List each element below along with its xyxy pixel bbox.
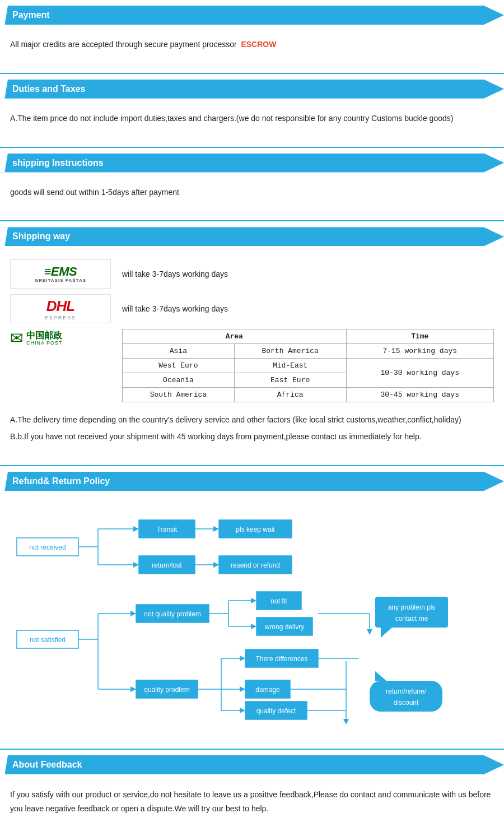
feedback-text: If you satisfy with our product or servi… — [10, 788, 494, 816]
feedback-header: About Feedback — [0, 755, 504, 774]
wrong-delivery-label: wrong delivry — [264, 623, 305, 631]
svg-marker-24 — [251, 598, 256, 603]
svg-marker-54 — [375, 671, 386, 681]
ems-row: ≡EMS GREITASIS PAŠTAS will take 3-7days … — [10, 259, 494, 289]
any-problem-line2: contact me — [395, 615, 428, 622]
duties-title-text: Duties and Taxes — [12, 84, 85, 94]
svg-rect-53 — [370, 681, 442, 712]
shipping-way-header: Shipping way — [0, 227, 504, 246]
area-west-euro: West Euro — [123, 359, 235, 373]
svg-marker-4 — [133, 526, 139, 532]
chinapost-logo-cell: ✉ 中国邮政 CHINA POST — [10, 329, 111, 347]
duties-header: Duties and Taxes — [0, 80, 504, 99]
chinapost-row: ✉ 中国邮政 CHINA POST Area Time Asia Borth A… — [0, 329, 504, 408]
chinapost-icon: ✉ — [10, 329, 23, 347]
refund-section: Refund& Return Policy not received Trans… — [0, 466, 504, 750]
feedback-body: If you satisfy with our product or servi… — [0, 782, 504, 827]
area-africa: Africa — [234, 388, 346, 402]
area-oceania: Oceania — [123, 373, 235, 388]
shipping-way-section: Shipping way ≡EMS GREITASIS PAŠTAS will … — [0, 221, 504, 466]
refund-title-text: Refund& Return Policy — [12, 476, 110, 486]
svg-marker-10 — [133, 562, 139, 568]
duties-section: Duties and Taxes A.The item price do not… — [0, 74, 504, 148]
svg-marker-27 — [251, 624, 256, 629]
dhl-label: will take 3-7days working days — [122, 304, 228, 313]
svg-marker-35 — [240, 656, 245, 661]
shipping-notes: A.The delivery time depending on the cou… — [0, 408, 504, 456]
svg-marker-7 — [213, 526, 219, 532]
table-row: Asia Borth America 7-15 working days — [123, 344, 494, 359]
resend-refund-label: resend or refund — [231, 561, 280, 569]
ems-logo: ≡EMS GREITASIS PAŠTAS — [35, 265, 86, 284]
area-borth-america: Borth America — [234, 344, 346, 359]
quality-defect-label: quality defect — [256, 707, 296, 715]
time-header: Time — [346, 329, 493, 344]
pls-keep-wait-label: pls keep wait — [236, 526, 275, 533]
return-refund-line2: discount — [394, 699, 419, 707]
damage-label: damage — [255, 686, 280, 694]
shipping-way-title: Shipping way — [0, 227, 504, 246]
duties-title: Duties and Taxes — [0, 80, 504, 99]
area-header: Area — [123, 329, 347, 344]
area-mid-east: Mid-East — [234, 359, 346, 373]
return-refund-line1: return/refune/ — [386, 687, 427, 695]
duties-body: A.The item price do not include import d… — [0, 106, 504, 138]
not-quality-problem-label: not quality problem — [144, 610, 200, 618]
not-satisfied-label: not satisfied — [30, 636, 66, 644]
shipping-instructions-body: goods will send out within 1-5days after… — [0, 180, 504, 212]
svg-marker-30 — [130, 686, 136, 692]
svg-marker-38 — [240, 686, 245, 692]
svg-marker-13 — [213, 562, 219, 568]
table-row: South America Africa 30-45 working days — [123, 388, 494, 402]
refund-header: Refund& Return Policy — [0, 472, 504, 491]
shipping-instructions-text: goods will send out within 1-5days after… — [10, 186, 494, 199]
dhl-row: DHL EXPRESS will take 3-7days working da… — [10, 294, 494, 323]
feedback-section: About Feedback If you satisfy with our p… — [0, 750, 504, 827]
feedback-title-text: About Feedback — [12, 760, 82, 770]
svg-marker-48 — [381, 628, 392, 638]
not-fit-label: not fit — [270, 597, 287, 605]
chinapost-logo: ✉ 中国邮政 CHINA POST — [10, 329, 111, 347]
refund-diagram: not received Transit pls keep wait retur… — [0, 499, 504, 740]
shipping-instructions-title-text: shipping Instructions — [12, 158, 104, 168]
feedback-title: About Feedback — [0, 755, 504, 774]
dhl-logo-box: DHL EXPRESS — [10, 294, 111, 323]
payment-text: All major credits are accepted through s… — [10, 38, 494, 52]
svg-marker-52 — [343, 719, 349, 724]
svg-marker-19 — [130, 611, 136, 616]
escrow-label: ESCROW — [241, 40, 276, 49]
payment-body: All major credits are accepted through s… — [0, 32, 504, 64]
not-received-label: not received — [29, 543, 66, 551]
shipping-way-title-text: Shipping way — [12, 231, 70, 241]
area-table: Area Time Asia Borth America 7-15 workin… — [122, 329, 494, 402]
shipping-note1: A.The delivery time depending on the cou… — [10, 414, 494, 427]
dhl-logo: DHL EXPRESS — [45, 298, 77, 320]
return-lost-label: return/lost — [152, 561, 182, 569]
shipping-instructions-header: shipping Instructions — [0, 154, 504, 173]
payment-title-text: Payment — [12, 10, 50, 20]
shipping-logos: ≡EMS GREITASIS PAŠTAS will take 3-7days … — [0, 254, 504, 329]
svg-rect-47 — [375, 597, 448, 628]
table-row: West Euro Mid-East 10-30 working days — [123, 359, 494, 373]
area-asia: Asia — [123, 344, 235, 359]
payment-header: Payment — [0, 6, 504, 25]
shipping-note2: B.b.If you have not received your shipme… — [10, 430, 494, 444]
svg-marker-41 — [240, 708, 245, 713]
area-east-euro: East Euro — [234, 373, 346, 388]
svg-marker-46 — [367, 629, 372, 635]
time-10-30: 10-30 working days — [346, 359, 493, 388]
payment-section: Payment All major credits are accepted t… — [0, 0, 504, 74]
payment-title: Payment — [0, 6, 504, 25]
refund-svg: not received Transit pls keep wait retur… — [11, 510, 493, 728]
shipping-instructions-title: shipping Instructions — [0, 154, 504, 173]
duties-text: A.The item price do not include import d… — [10, 112, 494, 126]
quality-prodlem-label: quality prodlem — [144, 686, 189, 694]
shipping-instructions-section: shipping Instructions goods will send ou… — [0, 148, 504, 222]
ems-label: will take 3-7days working days — [122, 270, 228, 278]
there-differences-label: There differences — [255, 655, 307, 663]
ems-logo-box: ≡EMS GREITASIS PAŠTAS — [10, 259, 111, 289]
transit-label: Transit — [157, 526, 178, 533]
refund-title: Refund& Return Policy — [0, 472, 504, 491]
any-problem-line1: any problem pls — [388, 603, 436, 611]
area-south-america: South America — [123, 388, 235, 402]
